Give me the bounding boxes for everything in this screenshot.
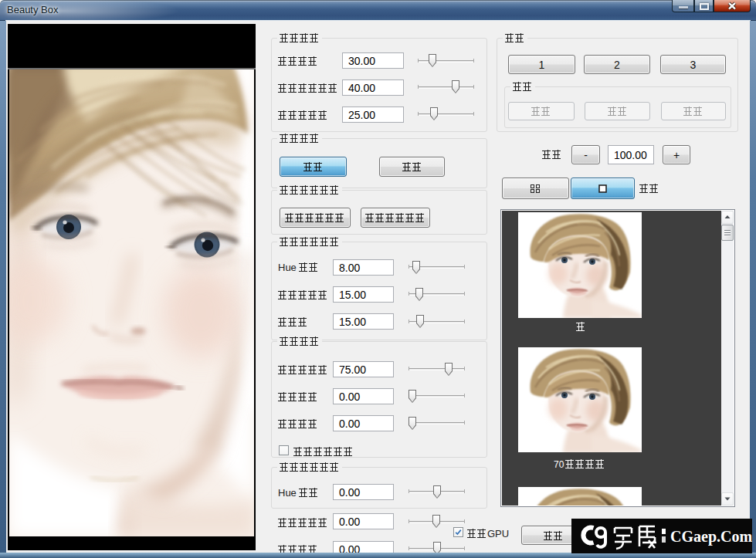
svg-text:CGaep.Com: CGaep.Com <box>670 528 752 546</box>
